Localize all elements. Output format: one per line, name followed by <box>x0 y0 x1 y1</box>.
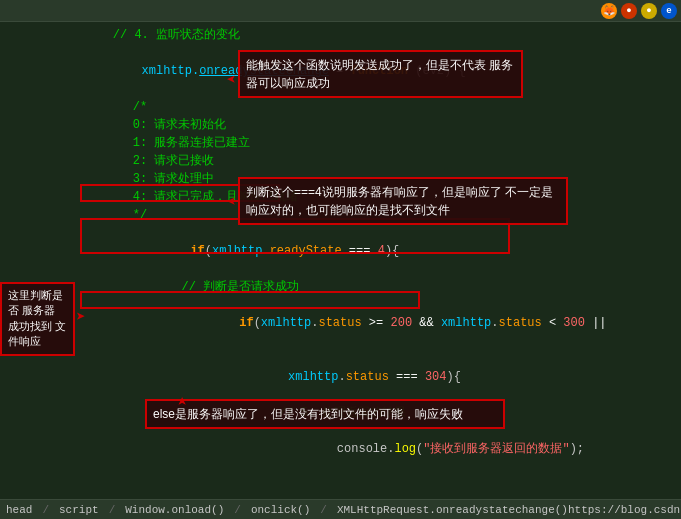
line-13: xmlhttp.status === 304){ <box>80 350 681 404</box>
top-toolbar: 🦊 ● ● e <box>0 0 681 22</box>
callout-middle-text: 判断这个===4说明服务器有响应了，但是响应了 不一定是响应对的，也可能响应的是… <box>246 185 553 217</box>
line-3-text: /* <box>84 98 147 116</box>
icon-browser2[interactable]: ● <box>621 3 637 19</box>
breadcrumb-xhr: XMLHttpRequest.onreadystatechange() <box>337 504 568 516</box>
sep1: / <box>42 504 49 516</box>
callout-middle-right: 判断这个===4说明服务器有响应了，但是响应了 不一定是响应对的，也可能响应的是… <box>238 177 568 225</box>
line-4-text: 0: 请求未初始化 <box>84 116 226 134</box>
line-1: // 4. 监听状态的变化 <box>80 26 681 44</box>
url-text: https://blog.csdn.net/steve19887 <box>568 504 681 516</box>
breadcrumb-script: script <box>59 504 99 516</box>
sep4: / <box>320 504 327 516</box>
line-6-text: 2: 请求已接收 <box>84 152 214 170</box>
arrow-middle: ➤ <box>226 192 236 212</box>
line-5-text: 1: 服务器连接已建立 <box>84 134 250 152</box>
callout-left: 这里判断是否 服务器 成功找到 文件响应 <box>0 282 75 356</box>
sep2: / <box>109 504 116 516</box>
line-9-text: */ <box>84 206 147 224</box>
sep3: / <box>234 504 241 516</box>
line-10: if(xmlhttp.readyState === 4){ <box>80 224 681 278</box>
line-15: console.log("接收到服务器返回的数据"); <box>80 422 681 476</box>
browser-icons: 🦊 ● ● e <box>601 3 677 19</box>
status-url: https://blog.csdn.net/steve19887 <box>568 504 681 516</box>
arrow-bottom: ➤ <box>173 396 193 406</box>
line-1-text: // 4. 监听状态的变化 <box>84 26 240 44</box>
line-5: 1: 服务器连接已建立 <box>80 134 681 152</box>
callout-bottom-text: else是服务器响应了，但是没有找到文件的可能，响应失败 <box>153 407 463 421</box>
callout-left-text: 这里判断是否 服务器 成功找到 文件响应 <box>8 289 66 347</box>
line-6: 2: 请求已接收 <box>80 152 681 170</box>
line-13-text: xmlhttp.status === 304){ <box>84 350 461 404</box>
callout-bottom: else是服务器响应了，但是没有找到文件的可能，响应失败 <box>145 399 505 429</box>
status-breadcrumb: head / script / Window.onload() / onclic… <box>6 504 568 516</box>
line-12-text: if(xmlhttp.status >= 200 && xmlhttp.stat… <box>84 296 607 350</box>
callout-top-right-text: 能触发这个函数说明发送成功了，但是不代表 服务器可以响应成功 <box>246 58 513 90</box>
line-4: 0: 请求未初始化 <box>80 116 681 134</box>
line-16-text: else{ <box>84 476 281 489</box>
breadcrumb-onclick: onclick() <box>251 504 310 516</box>
callout-top-right: 能触发这个函数说明发送成功了，但是不代表 服务器可以响应成功 <box>238 50 523 98</box>
arrow-top: ➤ <box>226 70 236 90</box>
breadcrumb-onload: Window.onload() <box>125 504 224 516</box>
line-16: else{ <box>80 476 681 489</box>
icon-firefox[interactable]: 🦊 <box>601 3 617 19</box>
line-11-text: // 判断是否请求成功 <box>84 278 299 296</box>
code-area: // 4. 监听状态的变化 xmlhttp.onreadystatechange… <box>0 22 681 489</box>
line-12: if(xmlhttp.status >= 200 && xmlhttp.stat… <box>80 296 681 350</box>
icon-browser3[interactable]: ● <box>641 3 657 19</box>
line-15-text: console.log("接收到服务器返回的数据"); <box>84 422 584 476</box>
arrow-left: ➤ <box>76 307 86 327</box>
breadcrumb-head: head <box>6 504 32 516</box>
line-10-text: if(xmlhttp.readyState === 4){ <box>84 224 399 278</box>
line-11: // 判断是否请求成功 <box>80 278 681 296</box>
status-bar: head / script / Window.onload() / onclic… <box>0 499 681 519</box>
line-3: /* <box>80 98 681 116</box>
line-7-text: 3: 请求处理中 <box>84 170 214 188</box>
icon-ie[interactable]: e <box>661 3 677 19</box>
